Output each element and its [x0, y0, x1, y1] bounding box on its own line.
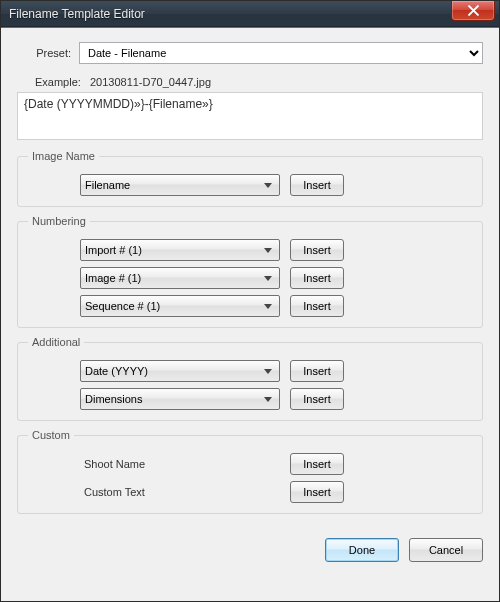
- done-button[interactable]: Done: [325, 538, 399, 562]
- close-button[interactable]: [451, 1, 495, 21]
- close-icon: [468, 5, 479, 16]
- section-legend: Image Name: [28, 150, 99, 162]
- import-number-select[interactable]: Import # (1): [80, 239, 280, 261]
- custom-text-label: Custom Text: [80, 486, 200, 498]
- titlebar[interactable]: Filename Template Editor: [1, 1, 499, 27]
- section-legend: Numbering: [28, 215, 90, 227]
- example-label: Example:: [35, 76, 81, 88]
- date-select[interactable]: Date (YYYY): [80, 360, 280, 382]
- insert-button[interactable]: Insert: [290, 360, 344, 382]
- template-text: {Date (YYYYMMDD)»}-{Filename»}: [24, 97, 213, 111]
- preset-select[interactable]: Date - Filename: [79, 42, 483, 64]
- shoot-name-label: Shoot Name: [80, 458, 200, 470]
- insert-button[interactable]: Insert: [290, 174, 344, 196]
- example-value: 20130811-D70_0447.jpg: [90, 76, 211, 88]
- section-legend: Custom: [28, 429, 74, 441]
- window-title: Filename Template Editor: [9, 7, 145, 21]
- template-textarea[interactable]: {Date (YYYYMMDD)»}-{Filename»}: [17, 92, 483, 140]
- client-area: Preset: Date - Filename Example: 2013081…: [1, 27, 499, 601]
- insert-button[interactable]: Insert: [290, 481, 344, 503]
- dimensions-select[interactable]: Dimensions: [80, 388, 280, 410]
- insert-button[interactable]: Insert: [290, 388, 344, 410]
- section-image-name: Image Name Filename Insert: [17, 150, 483, 207]
- dialog-window: Filename Template Editor Preset: Date - …: [0, 0, 500, 602]
- image-name-select[interactable]: Filename: [80, 174, 280, 196]
- preset-label: Preset:: [17, 47, 79, 59]
- section-custom: Custom Shoot Name Insert Custom Text Ins…: [17, 429, 483, 514]
- insert-button[interactable]: Insert: [290, 453, 344, 475]
- cancel-button[interactable]: Cancel: [409, 538, 483, 562]
- sequence-number-select[interactable]: Sequence # (1): [80, 295, 280, 317]
- section-numbering: Numbering Import # (1) Insert Image # (1…: [17, 215, 483, 328]
- insert-button[interactable]: Insert: [290, 239, 344, 261]
- image-number-select[interactable]: Image # (1): [80, 267, 280, 289]
- section-additional: Additional Date (YYYY) Insert Dimensions…: [17, 336, 483, 421]
- section-legend: Additional: [28, 336, 84, 348]
- insert-button[interactable]: Insert: [290, 295, 344, 317]
- insert-button[interactable]: Insert: [290, 267, 344, 289]
